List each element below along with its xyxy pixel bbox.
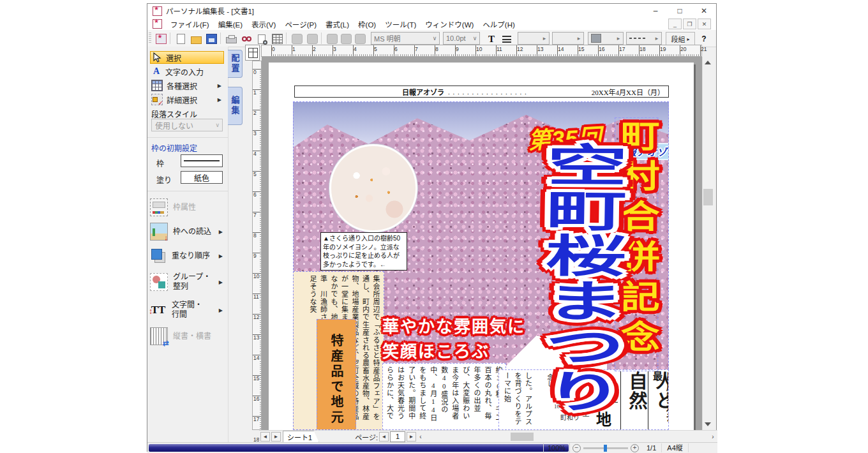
article-2-frame[interactable]: 約30種、千二百本の丸れ、毎年多くの出並び、大変賑わいま今年は入場者数40盛況の…: [382, 363, 506, 430]
menu-item-8[interactable]: ヘルプ(H): [478, 18, 519, 31]
tool-detail-select[interactable]: 詳細選択▶: [150, 93, 224, 106]
zoom-slider[interactable]: [583, 447, 628, 449]
clipboard-3-button: [352, 32, 368, 46]
frame-tool-2-icon: [307, 34, 318, 44]
menu-item-3[interactable]: ページ(P): [280, 18, 321, 31]
article-1-frame[interactable]: 集会所周辺で「ふるさと特産品フェア」を通し、町内で生産される農畜水産物、林産物、…: [293, 271, 384, 430]
help-button[interactable]: ?: [696, 32, 712, 46]
page-prev-button[interactable]: ◄: [379, 432, 389, 442]
status-bar: 100% − + 1/1 A4縦: [147, 442, 717, 453]
mdi-minimize-button[interactable]: _: [668, 19, 682, 29]
font-size-select[interactable]: 10.0pt∨: [443, 32, 480, 45]
favorite-button[interactable]: [153, 32, 168, 46]
document-page[interactable]: 日報アオゾラ . . . . . . . . . . . . . . . . .…: [269, 63, 694, 430]
load-into-frame-button[interactable]: 枠への読込▶: [150, 221, 225, 242]
fill-pattern-select[interactable]: ▸: [588, 32, 624, 45]
vertical-scrollbar[interactable]: [702, 57, 714, 430]
columns-button[interactable]: 段組▸: [666, 32, 695, 46]
mdi-close-button[interactable]: ✕: [698, 19, 711, 29]
font-select[interactable]: MS 明朝∨: [371, 32, 440, 45]
frame-line-preview[interactable]: [181, 154, 223, 167]
menu-item-2[interactable]: 表示(V): [247, 18, 280, 31]
print-preview-button[interactable]: [254, 32, 269, 46]
menu-item-4[interactable]: 書式(L): [321, 18, 354, 31]
save-button[interactable]: [204, 32, 219, 46]
zoom-out-button[interactable]: −: [572, 444, 581, 452]
grid-button[interactable]: [269, 32, 285, 46]
scroll-down-icon[interactable]: [705, 422, 711, 426]
clipboard-3-icon: [355, 34, 366, 44]
h-ruler-tick: 10: [476, 46, 482, 52]
text-frame-button[interactable]: T: [484, 32, 499, 46]
menu-item-1[interactable]: 編集(E): [214, 18, 247, 31]
text-direction-icon: [150, 327, 168, 345]
page-header-frame[interactable]: 日報アオゾラ . . . . . . . . . . . . . . . . .…: [294, 85, 669, 98]
header-date: 20XX年4月XX日（月）: [592, 87, 664, 97]
sheet-next-button[interactable]: ►: [271, 432, 281, 442]
scroll-right-icon[interactable]: ›: [708, 432, 717, 442]
h-ruler-tick: 3: [333, 46, 336, 52]
group-align-button[interactable]: グループ・ 整列▶: [150, 270, 225, 294]
line-sample: [184, 160, 220, 161]
empty-select-2[interactable]: ▸: [552, 32, 584, 45]
left-panel: 選択 A 文字の入力 各種選択▶ 詳細選択▶ 段落スタイル 使用しない∨ 枠の初…: [147, 47, 228, 442]
h-ruler-tick: 6: [394, 46, 398, 52]
photo-caption[interactable]: ▲さくら通り入口の樹齢50年のソメイヨシノ。立派な枝っぷりに足を止める人が多かっ…: [320, 232, 407, 271]
h-ruler-tick: 7: [415, 46, 418, 52]
cursor-icon: [152, 52, 162, 63]
tab-edit[interactable]: 編集: [228, 87, 243, 125]
headline-line2[interactable]: 空町桜まつり: [535, 142, 620, 423]
menu-item-6[interactable]: ツール(T): [380, 18, 421, 31]
multi-select-icon: [151, 80, 163, 91]
sheet-prev-button[interactable]: ◄: [260, 432, 270, 442]
maximize-button[interactable]: □: [668, 4, 692, 18]
horizontal-scrollbar[interactable]: [428, 432, 708, 442]
paper-size: A4縦: [662, 443, 688, 452]
minimize-button[interactable]: –: [643, 4, 668, 18]
document-viewport[interactable]: 日報アオゾラ . . . . . . . . . . . . . . . . .…: [262, 57, 702, 430]
clipboard-1-icon: [327, 34, 338, 44]
fill-color-preview[interactable]: 紙色: [181, 171, 223, 184]
mdi-restore-button[interactable]: ❐: [683, 19, 696, 29]
v-ruler-tick: 8: [253, 232, 257, 239]
v-ruler: 0123456789101112131415161718: [252, 61, 262, 430]
zoom-in-button[interactable]: +: [631, 444, 639, 452]
subheadline-text[interactable]: 華やかな雰囲気に 笑顔ほころぶ: [382, 315, 525, 364]
tool-select[interactable]: 選択: [150, 51, 224, 64]
line-style-select[interactable]: ▸: [626, 32, 662, 45]
horizontal-scroll-thumb[interactable]: [511, 433, 534, 441]
scroll-left-icon[interactable]: ‹: [416, 432, 425, 442]
vertical-scroll-thumb[interactable]: [703, 189, 713, 205]
inset-photo-circle[interactable]: [329, 144, 417, 232]
new-document-button[interactable]: [173, 32, 188, 46]
tab-layout[interactable]: 配置: [228, 50, 243, 78]
zoom-slider-thumb[interactable]: [604, 445, 607, 452]
open-button[interactable]: [188, 32, 204, 46]
page-number-field[interactable]: 1: [390, 431, 405, 442]
submenu-arrow-icon: ▶: [219, 229, 223, 235]
article-1-headline[interactable]: 特産品で地元: [317, 319, 356, 430]
close-button[interactable]: ✕: [692, 4, 716, 18]
page-next-button[interactable]: ►: [407, 432, 416, 442]
paragraph-style-select[interactable]: 使用しない∨: [151, 119, 223, 131]
menu-item-0[interactable]: ファイル(F): [166, 18, 214, 31]
font-size: 10.0pt: [446, 34, 466, 42]
sheet-tab[interactable]: シート1: [283, 431, 319, 443]
menu-item-5[interactable]: 枠(O): [354, 18, 380, 31]
scroll-up-icon[interactable]: [705, 61, 711, 64]
search-button[interactable]: [239, 32, 254, 46]
stacking-order-button[interactable]: 重なり順序▶: [150, 246, 225, 266]
tool-multi-select[interactable]: 各種選択▶: [150, 79, 224, 92]
ruler-origin-box[interactable]: [245, 45, 260, 61]
new-document-icon: [177, 34, 185, 44]
tool-text-input[interactable]: A 文字の入力: [150, 65, 224, 78]
header-dots: . . . . . . . . . . . . . . . . .: [448, 88, 527, 96]
toolbar-grip[interactable]: [149, 33, 151, 44]
char-line-spacing-button[interactable]: TT文字間・ 行間▶: [150, 298, 225, 322]
text-icon: T: [488, 34, 495, 45]
empty-select-1[interactable]: ▸: [518, 32, 550, 45]
align-button[interactable]: [499, 32, 514, 46]
print-button[interactable]: [223, 32, 239, 46]
resize-grip[interactable]: [710, 446, 716, 452]
menu-item-7[interactable]: ウィンドウ(W): [421, 18, 478, 31]
